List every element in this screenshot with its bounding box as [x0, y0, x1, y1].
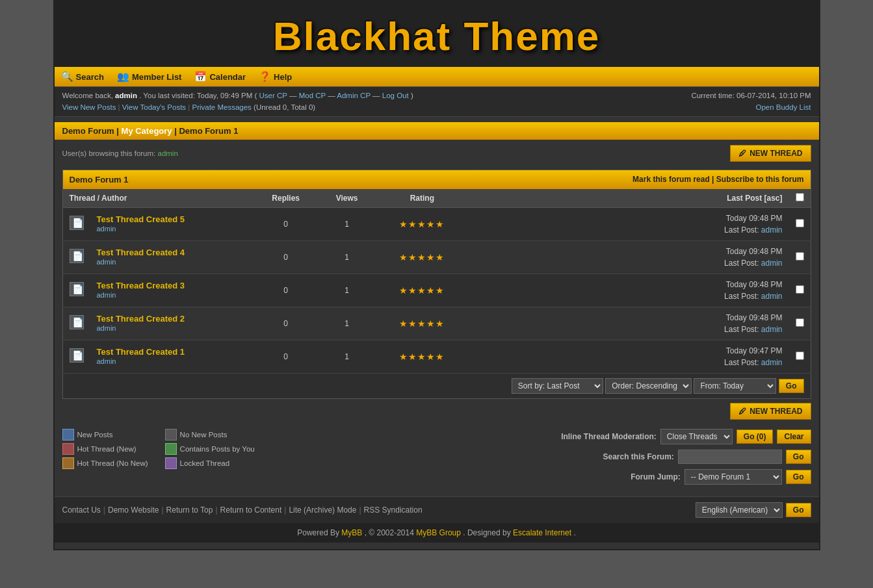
- demo-website-link[interactable]: Demo Website: [108, 505, 159, 515]
- thread-title-cell: Test Thread Created 5 admin: [90, 207, 254, 240]
- contains-icon: [165, 443, 177, 455]
- last-post-author-link[interactable]: admin: [761, 292, 783, 301]
- thread-checkbox[interactable]: [796, 318, 804, 327]
- forum-jump-go-button[interactable]: Go: [786, 470, 811, 484]
- legend-hot-new: Hot Thread (New): [62, 443, 152, 455]
- mod-cp-link[interactable]: Mod CP: [299, 92, 326, 99]
- language-go-button[interactable]: Go: [786, 503, 811, 517]
- search-forum-input[interactable]: [678, 450, 782, 464]
- thread-checkbox[interactable]: [796, 219, 804, 227]
- info-bar: Welcome back, admin . You last visited: …: [55, 86, 819, 117]
- rss-syndication-link[interactable]: RSS Syndication: [364, 505, 423, 515]
- thread-status-icon: [70, 315, 84, 329]
- thread-list: Test Thread Created 5 admin 0 1 ★★★★★ To…: [62, 207, 811, 373]
- from-select[interactable]: From: Today From: Yesterday From: Last W…: [694, 378, 776, 394]
- inline-mod-select[interactable]: Close Threads: [660, 429, 733, 444]
- thread-title-link[interactable]: Test Thread Created 5: [97, 214, 185, 224]
- mark-forum-read-link[interactable]: Mark this forum read: [632, 175, 710, 184]
- subscribe-forum-link[interactable]: Subscribe to this forum: [716, 175, 804, 184]
- search-forum-go-button[interactable]: Go: [786, 450, 811, 464]
- welcome-prefix: Welcome back,: [62, 92, 113, 99]
- thread-title-link[interactable]: Test Thread Created 1: [97, 347, 185, 357]
- nav-help-label: Help: [274, 72, 292, 82]
- breadcrumb-my-category[interactable]: My Category: [122, 126, 172, 136]
- new-thread-bottom-wrap: 🖊 NEW THREAD: [62, 403, 811, 420]
- breadcrumb-demo-forum[interactable]: Demo Forum: [62, 126, 114, 136]
- forum-table-title: Demo Forum 1: [62, 170, 527, 189]
- last-post-author-link[interactable]: admin: [761, 225, 783, 235]
- thread-checkbox[interactable]: [796, 252, 804, 261]
- open-buddy-link[interactable]: Open Buddy List: [755, 103, 811, 111]
- thread-checkbox[interactable]: [796, 285, 804, 294]
- last-post-author-link[interactable]: admin: [761, 259, 783, 268]
- legend-hot-no-new: Hot Thread (No New): [62, 457, 152, 469]
- th-replies: Replies: [253, 189, 319, 208]
- breadcrumb: Demo Forum | My Category | Demo Forum 1: [55, 122, 819, 140]
- mybb-link[interactable]: MyBB: [341, 528, 362, 537]
- inline-mod-go-button[interactable]: Go (0): [736, 429, 774, 444]
- order-select[interactable]: Order: Descending Order: Ascending: [605, 378, 692, 394]
- nav-search[interactable]: 🔍 Search: [61, 71, 104, 83]
- language-select[interactable]: English (American): [696, 502, 783, 518]
- thread-views: 1: [319, 274, 375, 307]
- search-forum-label: Search this Forum:: [603, 452, 673, 461]
- thread-icon-cell: [62, 240, 90, 274]
- thread-author-link[interactable]: admin: [97, 357, 116, 365]
- forum-table: Demo Forum 1 Mark this forum read | Subs…: [62, 170, 811, 399]
- thread-stars: ★★★★★: [399, 318, 445, 329]
- users-browsing: User(s) browsing this forum: admin: [62, 149, 178, 157]
- thread-checkbox[interactable]: [796, 352, 804, 360]
- thread-title-link[interactable]: Test Thread Created 2: [97, 314, 185, 324]
- new-thread-bottom-button[interactable]: 🖊 NEW THREAD: [730, 403, 811, 420]
- thread-title-link[interactable]: Test Thread Created 3: [97, 281, 185, 290]
- admin-cp-link[interactable]: Admin CP: [337, 92, 371, 99]
- table-row: Test Thread Created 2 admin 0 1 ★★★★★ To…: [62, 307, 811, 340]
- thread-checkbox-cell: [789, 307, 811, 340]
- escalate-link[interactable]: Escalate Internet: [513, 528, 571, 537]
- thread-author-link[interactable]: admin: [97, 258, 116, 266]
- last-post-author-link[interactable]: admin: [761, 358, 783, 367]
- view-new-posts-link[interactable]: View New Posts: [62, 103, 116, 111]
- th-select-all[interactable]: [789, 189, 811, 208]
- thread-author-link[interactable]: admin: [97, 324, 116, 332]
- return-to-content-link[interactable]: Return to Content: [220, 505, 282, 515]
- sort-go-button[interactable]: Go: [779, 379, 804, 393]
- contact-us-link[interactable]: Contact Us: [62, 505, 101, 515]
- th-rating: Rating: [375, 189, 469, 208]
- sort-by-select[interactable]: Sort by: Last Post Sort by: Thread Title…: [512, 378, 603, 394]
- thread-title-link[interactable]: Test Thread Created 4: [97, 248, 185, 257]
- info-left: Welcome back, admin . You last visited: …: [62, 90, 413, 114]
- pm-status: (Unread 0, Total 0): [254, 103, 315, 111]
- inline-mod-clear-button[interactable]: Clear: [777, 429, 811, 444]
- select-all-checkbox[interactable]: [796, 193, 804, 201]
- thread-author-link[interactable]: admin: [97, 225, 116, 233]
- nav-memberlist-label: Member List: [132, 72, 182, 82]
- last-post-author-link[interactable]: admin: [761, 325, 783, 334]
- nav-calendar[interactable]: 📅 Calendar: [194, 71, 246, 83]
- logout-link[interactable]: Log Out: [382, 92, 409, 99]
- view-today-posts-link[interactable]: View Today's Posts: [122, 103, 186, 111]
- thread-title-cell: Test Thread Created 1 admin: [90, 340, 254, 373]
- thread-title-cell: Test Thread Created 2 admin: [90, 307, 254, 340]
- new-thread-top-button[interactable]: 🖊 NEW THREAD: [730, 145, 811, 162]
- mybb-group-link[interactable]: MyBB Group: [416, 528, 461, 537]
- table-row: Test Thread Created 3 admin 0 1 ★★★★★ To…: [62, 274, 811, 307]
- return-to-top-link[interactable]: Return to Top: [166, 505, 213, 515]
- private-messages-link[interactable]: Private Messages: [192, 103, 251, 111]
- forum-jump-select[interactable]: -- Demo Forum 1: [684, 469, 782, 485]
- breadcrumb-demo-forum-1: Demo Forum 1: [179, 126, 238, 136]
- nav-help[interactable]: ❓ Help: [259, 71, 292, 83]
- last-visited-text: . You last visited: Today, 09:49 PM (: [139, 92, 257, 99]
- table-row: Test Thread Created 5 admin 0 1 ★★★★★ To…: [62, 207, 811, 240]
- browsing-user[interactable]: admin: [158, 149, 178, 157]
- thread-views: 1: [319, 240, 375, 274]
- forum-header-row: Demo Forum 1 Mark this forum read | Subs…: [62, 170, 811, 189]
- thread-title-cell: Test Thread Created 4 admin: [90, 240, 254, 274]
- thread-author-link[interactable]: admin: [97, 291, 116, 299]
- sort-controls: Sort by: Last Post Sort by: Thread Title…: [62, 373, 811, 398]
- nav-memberlist[interactable]: 👥 Member List: [117, 71, 182, 83]
- user-cp-link[interactable]: User CP: [259, 92, 287, 99]
- lite-archive-mode-link[interactable]: Lite (Archive) Mode: [289, 505, 356, 515]
- open-buddy-wrap: Open Buddy List: [691, 101, 811, 113]
- legend-new-posts: New Posts: [62, 429, 152, 441]
